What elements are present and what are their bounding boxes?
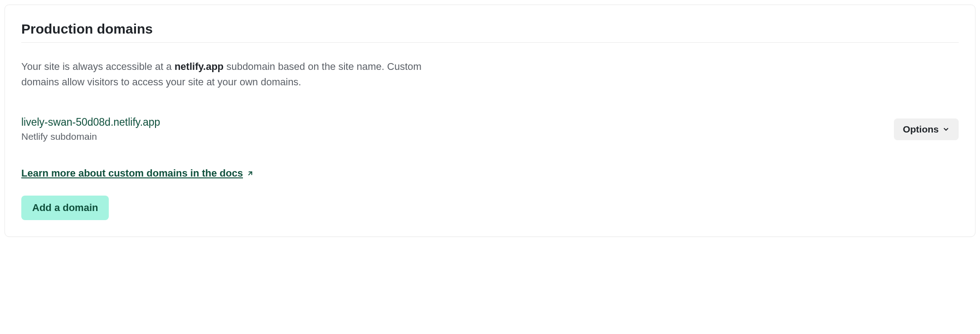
description-prefix: Your site is always accessible at a: [21, 61, 175, 72]
add-domain-row: Add a domain: [21, 196, 959, 220]
domain-url-link[interactable]: lively-swan-50d08d.netlify.app: [21, 116, 160, 128]
learn-more-link[interactable]: Learn more about custom domains in the d…: [21, 167, 254, 179]
learn-link-text: Learn more about custom domains in the d…: [21, 167, 243, 179]
external-link-icon: [247, 170, 254, 177]
production-domains-card: Production domains Your site is always a…: [5, 5, 975, 237]
domain-row: lively-swan-50d08d.netlify.app Netlify s…: [21, 116, 959, 142]
card-title: Production domains: [21, 21, 959, 43]
options-label: Options: [903, 124, 939, 135]
chevron-down-icon: [942, 126, 950, 133]
description-bold: netlify.app: [175, 61, 223, 72]
options-button[interactable]: Options: [894, 118, 959, 140]
add-domain-button[interactable]: Add a domain: [21, 196, 109, 220]
card-description: Your site is always accessible at a netl…: [21, 59, 447, 90]
domain-sublabel: Netlify subdomain: [21, 131, 160, 142]
learn-link-row: Learn more about custom domains in the d…: [21, 167, 959, 179]
domain-info: lively-swan-50d08d.netlify.app Netlify s…: [21, 116, 160, 142]
